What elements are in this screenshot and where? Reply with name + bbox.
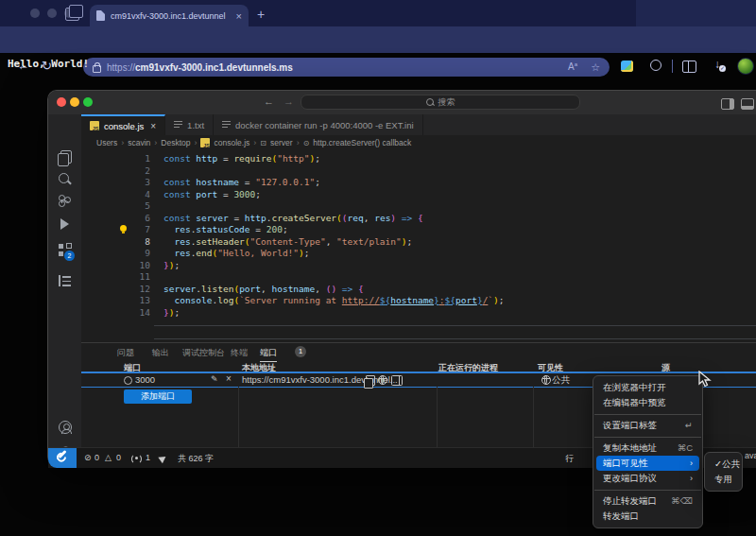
browser-tab[interactable]: cm91vxfv-3000.inc1.devtunnel × — [90, 5, 249, 26]
code-text: const http = require("http"); — [163, 153, 320, 165]
forwarded-ports-count[interactable]: 1 — [146, 453, 150, 462]
lightbulb-icon[interactable] — [120, 225, 127, 232]
new-tab-button[interactable]: + — [257, 7, 265, 22]
history-back-icon[interactable]: ← — [264, 95, 274, 107]
extensions-badge: 2 — [64, 251, 75, 261]
explorer-icon[interactable] — [60, 150, 72, 164]
source-control-icon[interactable] — [59, 195, 71, 207]
panel-tab-4[interactable]: 终端 — [231, 347, 248, 359]
submenu-arrow-icon: › — [690, 471, 693, 486]
open-in-browser-icon[interactable] — [378, 375, 387, 385]
menu-item-7[interactable]: 端口可见性› — [596, 456, 699, 471]
submenu-item-1[interactable]: ✓公共 — [708, 457, 739, 472]
titlebar-right-panel — [636, 0, 756, 26]
errors-icon[interactable]: ⊘ — [84, 453, 92, 462]
page-favicon-icon — [96, 10, 105, 21]
profile-avatar[interactable] — [737, 58, 754, 75]
menu-item-label: 在浏览器中打开 — [603, 380, 693, 395]
port-visibility-submenu: ✓公共专用 — [704, 452, 743, 492]
account-icon[interactable] — [59, 421, 72, 434]
panel-tab-2[interactable]: 输出 — [152, 347, 169, 359]
breadcrumb-item[interactable]: console.js — [214, 138, 249, 147]
menu-item-4[interactable]: 设置端口标签↵ — [596, 418, 699, 433]
menu-item-11[interactable]: 转发端口 — [596, 509, 699, 524]
menu-item-10[interactable]: 停止转发端口⌘⌫ — [596, 493, 699, 509]
command-center-search[interactable]: 搜索 — [301, 95, 580, 110]
menu-item-label: 停止转发端口 — [603, 493, 662, 509]
breadcrumb-item[interactable]: Desktop — [161, 138, 190, 147]
panel-tab-1[interactable]: 问题 — [117, 347, 134, 359]
workspaces-icon[interactable] — [65, 8, 79, 21]
mouse-cursor — [698, 371, 712, 388]
add-port-button[interactable]: 添加端口 — [124, 389, 192, 404]
vscode-zoom-button[interactable] — [83, 97, 93, 107]
address-bar[interactable]: https://cm91vxfv-3000.inc1.devtunnels.ms… — [83, 58, 610, 77]
preview-in-editor-icon[interactable] — [391, 375, 403, 386]
menu-item-label: 在编辑器中预览 — [603, 395, 693, 410]
remote-indicator[interactable] — [48, 448, 77, 468]
tab-close-icon[interactable]: × — [150, 121, 156, 131]
code-line: 9 res.end("Hello, World!"); — [81, 248, 756, 260]
browser-minimize-button[interactable] — [47, 9, 57, 18]
customize-layout-icon[interactable] — [741, 98, 754, 110]
favorite-star-icon[interactable]: ☆ — [591, 61, 600, 74]
edit-port-icon[interactable]: ✎ — [211, 374, 218, 384]
breadcrumb-item[interactable]: server — [270, 138, 293, 147]
outline-list-icon[interactable] — [59, 275, 71, 286]
editor-tab-1[interactable]: console.js× — [81, 114, 165, 135]
language-mode-fragment[interactable]: ava — [745, 451, 756, 460]
search-sidebar-icon[interactable] — [59, 173, 69, 183]
errors-count[interactable]: 0 — [94, 453, 99, 462]
port-number: 3000 — [135, 374, 155, 385]
submenu-item-2[interactable]: 专用 — [708, 472, 739, 487]
warnings-count[interactable]: 0 — [116, 453, 121, 462]
browser-toolbar: ← ↻ https://cm91vxfv-3000.inc1.devtunnel… — [0, 26, 756, 53]
js-icon — [200, 138, 210, 147]
copy-address-icon[interactable] — [366, 375, 375, 386]
line-number: 3 — [81, 177, 150, 189]
panel-tab-3[interactable]: 调试控制台 — [182, 347, 225, 359]
vscode-close-button[interactable] — [57, 97, 66, 107]
forwarded-ports-icon[interactable] — [135, 457, 138, 459]
menu-item-8[interactable]: 更改端口协议› — [596, 471, 699, 486]
vscode-minimize-button[interactable] — [70, 97, 79, 107]
code-editor[interactable]: 1const http = require("http");23const ho… — [81, 150, 756, 342]
vscode-titlebar[interactable]: ← → 搜索 — [48, 91, 756, 114]
warnings-icon[interactable]: △ — [105, 453, 112, 462]
tab-close-icon[interactable]: × — [236, 10, 242, 22]
remove-port-icon[interactable]: × — [226, 373, 232, 384]
editor-tab-3[interactable]: docker container run -p 4000:4000 -e EXT… — [214, 114, 423, 135]
history-forward-icon[interactable]: → — [284, 95, 294, 107]
breadcrumb-item[interactable]: scavin — [128, 138, 150, 147]
menu-item-6[interactable]: 复制本地地址⌘C — [596, 441, 699, 456]
panel-tab-5[interactable]: 端口 — [260, 347, 277, 362]
code-text: const port = 3000; — [163, 189, 261, 201]
code-text: res.statusCode = 200; — [163, 224, 288, 236]
menu-item-2[interactable]: 在编辑器中预览 — [596, 395, 699, 410]
search-icon — [426, 98, 434, 106]
toggle-panel-layout-icon[interactable] — [721, 98, 734, 110]
column-divider — [533, 387, 534, 447]
downloads-icon[interactable]: ↓✓ — [714, 58, 720, 71]
breadcrumb-item[interactable]: Users — [96, 138, 117, 147]
breadcrumb-item[interactable]: http.createServer() callback — [313, 138, 411, 147]
code-line: 3const hostname = "127.0.0.1"; — [81, 177, 756, 189]
menu-item-1[interactable]: 在浏览器中打开 — [596, 380, 699, 395]
line-number: 10 — [81, 260, 150, 272]
browser-close-button[interactable] — [30, 9, 40, 18]
extension-ring-icon[interactable] — [650, 60, 662, 71]
breadcrumb[interactable]: Users›scavin›Desktop›console.js›⊡server›… — [81, 135, 756, 150]
read-aloud-icon[interactable]: Aa — [568, 61, 577, 72]
editor-tab-2[interactable]: 1.txt — [165, 114, 214, 135]
word-count[interactable]: 共 626 字 — [178, 453, 214, 465]
menu-item-label: 转发端口 — [603, 509, 693, 524]
line-number: 13 — [81, 295, 150, 307]
extension-icon[interactable] — [621, 61, 633, 72]
split-screen-icon[interactable] — [682, 61, 696, 73]
launch-icon[interactable] — [158, 454, 167, 464]
menu-item-label: 复制本地地址 — [603, 441, 668, 456]
code-text: const hostname = "127.0.0.1"; — [163, 177, 320, 189]
line-col-fragment[interactable]: 行 — [565, 453, 574, 465]
run-debug-icon[interactable] — [60, 218, 69, 230]
code-line: 6const server = http.createServer((req, … — [81, 213, 756, 225]
